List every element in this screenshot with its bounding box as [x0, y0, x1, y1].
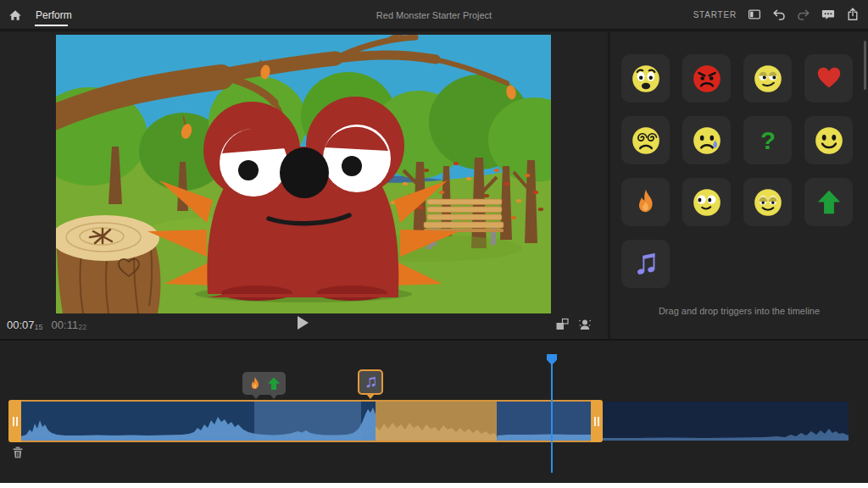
- topbar-actions: STARTER: [693, 0, 860, 29]
- scene-view-icon[interactable]: [555, 318, 569, 331]
- badge-pointer: [252, 394, 260, 399]
- plan-badge: STARTER: [693, 10, 737, 19]
- clip-trim-handle-right[interactable]: [591, 400, 603, 442]
- trigger-heart[interactable]: [804, 54, 853, 103]
- trash-icon[interactable]: [11, 446, 25, 459]
- timeline-trigger-badge-fire-arrow[interactable]: [242, 372, 286, 395]
- triggers-panel: ? Drag and drop triggers into the timeli…: [610, 32, 868, 339]
- timecode-current-frames: 15: [35, 323, 43, 331]
- preview-controls: [555, 318, 592, 331]
- svg-text:?: ?: [760, 126, 775, 154]
- music-note-icon: [363, 374, 379, 391]
- panel-scrollbar[interactable]: [864, 41, 866, 90]
- trigger-grid: ?: [621, 54, 853, 288]
- playhead-line: [551, 364, 553, 473]
- trigger-relieved-face[interactable]: [743, 178, 792, 226]
- trigger-anxious-face[interactable]: [621, 54, 670, 103]
- trigger-smirk-face[interactable]: [743, 54, 792, 103]
- share-icon[interactable]: [846, 8, 860, 21]
- tab-perform[interactable]: Perform: [36, 9, 72, 21]
- audio-waveform-region[interactable]: [21, 400, 591, 442]
- badge-pointer: [270, 394, 278, 399]
- tab-active-underline: [35, 25, 68, 26]
- up-arrow-icon: [265, 375, 282, 392]
- trigger-side-eye-smile-face[interactable]: [682, 178, 731, 226]
- tree-stump: [56, 215, 160, 313]
- fire-icon: [247, 375, 264, 392]
- trigger-smiley-face[interactable]: [804, 116, 853, 164]
- timecode-total-frames: 22: [78, 323, 86, 331]
- timecode-total: 00:11: [52, 319, 79, 331]
- trimmed-audio-tail[interactable]: [603, 402, 849, 441]
- audio-clip[interactable]: [8, 400, 603, 442]
- redo-icon[interactable]: [797, 8, 810, 21]
- trigger-dizzy-face[interactable]: [621, 116, 670, 164]
- trigger-angry-face[interactable]: [682, 54, 731, 103]
- trigger-question-mark[interactable]: ?: [743, 116, 792, 164]
- timeline-panel: [0, 339, 868, 483]
- play-button[interactable]: [298, 316, 309, 330]
- timeline-trigger-badge-music[interactable]: [358, 369, 383, 395]
- stage-panel: 00:071500:1122: [0, 32, 608, 339]
- timecode: 00:071500:1122: [7, 319, 86, 331]
- clip-trim-handle-left[interactable]: [8, 400, 21, 442]
- feedback-icon[interactable]: [821, 8, 835, 21]
- waveform: [21, 402, 591, 441]
- character-animator-window: Perform Red Monster Starter Project STAR…: [0, 0, 868, 483]
- badge-pointer: [366, 394, 375, 399]
- triggers-hint: Drag and drop triggers into the timeline: [610, 306, 868, 316]
- puppet-track-icon[interactable]: [578, 318, 592, 331]
- trigger-music-note[interactable]: [621, 240, 670, 288]
- panel-layout-icon[interactable]: [748, 8, 761, 21]
- top-bar: Perform Red Monster Starter Project STAR…: [0, 0, 868, 30]
- project-title: Red Monster Starter Project: [376, 10, 492, 20]
- home-icon[interactable]: [8, 8, 22, 22]
- trigger-fire[interactable]: [621, 178, 670, 226]
- scene-preview: [56, 35, 551, 313]
- trigger-crying-face[interactable]: [682, 116, 731, 164]
- trigger-up-arrow[interactable]: [804, 178, 853, 226]
- undo-icon[interactable]: [772, 8, 786, 21]
- stage-scene: [56, 35, 551, 313]
- timecode-current: 00:07: [7, 319, 35, 331]
